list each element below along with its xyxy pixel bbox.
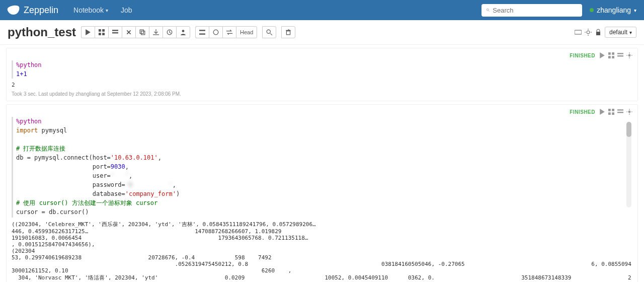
lock-icon[interactable] [595, 29, 602, 36]
notebook-title[interactable]: python_test [8, 25, 76, 39]
nav-items: Notebook▾ Job [73, 6, 132, 14]
paragraph-actions [599, 52, 632, 58]
run-icon[interactable] [599, 52, 605, 58]
output: ((202304, 'Celebrex_MKT', '西乐葆', 202304,… [12, 221, 632, 282]
user-menu[interactable]: zhangliang▾ [590, 6, 636, 14]
output: 2 [12, 82, 632, 88]
svg-rect-21 [596, 32, 600, 35]
svg-point-12 [182, 30, 185, 32]
titlebar-right: default▾ [575, 27, 636, 38]
titlebar: python_test Head default▾ [0, 20, 644, 45]
toggle-button[interactable] [209, 26, 222, 38]
svg-rect-32 [612, 109, 614, 111]
paragraph-2: FINISHED %python import pymysql # 打开数据库连… [6, 104, 638, 282]
gear-icon[interactable] [626, 52, 632, 58]
status-dot-icon [590, 8, 594, 12]
nav-job[interactable]: Job [121, 6, 132, 14]
collapse-icon[interactable] [617, 52, 623, 58]
keyboard-icon[interactable] [575, 29, 582, 36]
version-button[interactable] [163, 26, 176, 38]
svg-rect-14 [199, 33, 205, 34]
svg-rect-10 [141, 31, 145, 35]
expand-icon[interactable] [608, 52, 614, 58]
clone-button[interactable] [135, 26, 149, 38]
interpreter-select[interactable]: default▾ [605, 27, 636, 38]
view-controls: Head [195, 26, 257, 38]
caret-down-icon: ▾ [106, 8, 108, 13]
paragraph-actions [599, 109, 632, 115]
svg-point-29 [628, 54, 631, 57]
settings-icon[interactable] [585, 29, 592, 36]
svg-rect-7 [112, 30, 118, 31]
svg-rect-18 [287, 31, 290, 35]
svg-rect-25 [608, 56, 611, 58]
svg-rect-24 [612, 52, 614, 55]
svg-point-15 [213, 30, 218, 35]
logo[interactable]: Zeppelin [8, 5, 58, 16]
svg-rect-5 [99, 33, 101, 35]
search-input[interactable] [493, 7, 577, 14]
svg-rect-8 [112, 32, 118, 33]
svg-rect-34 [612, 112, 614, 115]
find-group [262, 26, 276, 38]
head-button[interactable]: Head [236, 26, 257, 38]
find-button[interactable] [262, 26, 276, 38]
svg-rect-33 [608, 112, 611, 115]
svg-rect-19 [575, 30, 582, 34]
users-button[interactable] [176, 26, 190, 38]
search-box[interactable] [481, 4, 582, 17]
show-hide-output-button[interactable] [108, 26, 122, 38]
svg-line-1 [489, 11, 490, 12]
run-all-button[interactable] [81, 26, 95, 38]
svg-rect-3 [99, 29, 101, 32]
svg-rect-23 [608, 52, 611, 55]
svg-rect-26 [612, 56, 614, 58]
delete-group [281, 26, 295, 38]
svg-rect-36 [617, 112, 623, 113]
svg-point-20 [587, 31, 590, 34]
trash-button[interactable] [281, 26, 295, 38]
gear-icon[interactable] [626, 109, 632, 115]
svg-rect-27 [617, 53, 623, 54]
svg-marker-30 [600, 109, 605, 115]
status-badge: FINISHED [570, 53, 595, 58]
run-icon[interactable] [599, 109, 605, 115]
expand-icon[interactable] [608, 109, 614, 115]
svg-rect-31 [608, 109, 611, 111]
brand-text: Zeppelin [24, 5, 58, 16]
svg-point-37 [628, 111, 631, 113]
clear-output-button[interactable] [122, 26, 135, 38]
code-editor[interactable]: %python 1+1 [12, 60, 632, 79]
svg-line-17 [271, 33, 273, 35]
code-scroll: %python import pymysql # 打开数据库连接 db = py… [12, 117, 632, 218]
svg-point-0 [487, 9, 489, 11]
scrollbar-thumb[interactable] [626, 122, 631, 137]
svg-rect-35 [617, 109, 623, 110]
svg-rect-9 [140, 30, 143, 33]
svg-rect-4 [102, 29, 105, 32]
collapse-icon[interactable] [617, 109, 623, 115]
svg-rect-28 [617, 55, 623, 56]
caret-down-icon: ▾ [629, 30, 632, 35]
search-icon [487, 7, 490, 13]
caret-down-icon: ▾ [634, 8, 636, 13]
paragraph-1: FINISHED %python 1+1 2 Took 3 sec. Last … [6, 48, 638, 101]
svg-point-16 [267, 30, 271, 33]
navbar: Zeppelin Notebook▾ Job zhangliang▾ [0, 0, 644, 20]
nav-right: zhangliang▾ [481, 4, 636, 17]
nav-notebook[interactable]: Notebook▾ [73, 6, 108, 14]
svg-marker-22 [600, 52, 605, 58]
export-button[interactable] [149, 26, 163, 38]
list-view-button[interactable] [195, 26, 209, 38]
svg-rect-13 [199, 30, 205, 31]
swap-button[interactable] [222, 26, 236, 38]
status-badge: FINISHED [570, 109, 595, 115]
svg-rect-6 [102, 33, 105, 35]
paragraph-meta: Took 3 sec. Last updated by zhangliang a… [12, 91, 632, 97]
svg-marker-2 [86, 29, 91, 35]
show-hide-code-button[interactable] [95, 26, 108, 38]
zeppelin-logo-icon [7, 5, 21, 16]
run-controls [81, 26, 190, 38]
code-editor[interactable]: %python import pymysql # 打开数据库连接 db = py… [12, 117, 632, 218]
